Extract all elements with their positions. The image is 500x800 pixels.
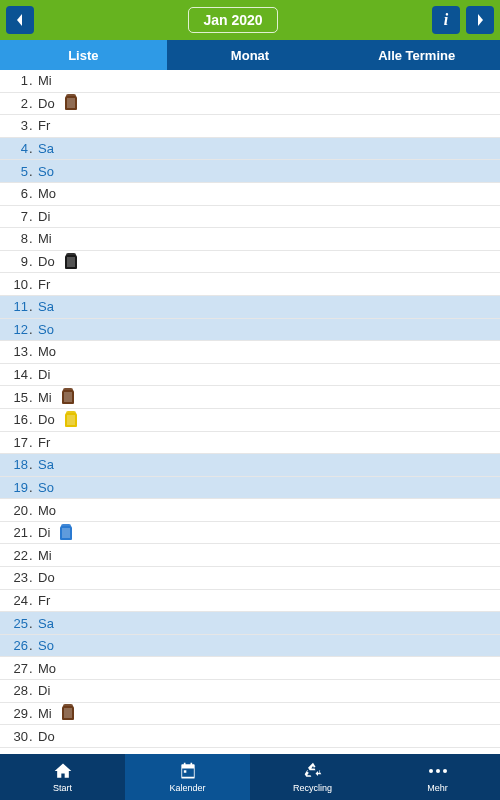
day-weekday: So (38, 480, 54, 495)
day-list[interactable]: 1.Mi2.Do3.Fr4.Sa5.So6.Mo7.Di8.Mi9.Do10.F… (0, 70, 500, 754)
day-weekday: Mo (38, 661, 56, 676)
month-selector[interactable]: Jan 2020 (188, 7, 277, 33)
next-month-button[interactable] (466, 6, 494, 34)
day-number: 1 (4, 73, 28, 88)
day-number: 13 (4, 344, 28, 359)
day-weekday: Do (38, 729, 55, 744)
day-weekday: Fr (38, 277, 50, 292)
nav-mehr[interactable]: Mehr (375, 754, 500, 800)
day-separator: . (28, 480, 34, 495)
day-weekday: Mi (38, 73, 52, 88)
day-separator: . (28, 390, 34, 405)
day-number: 29 (4, 706, 28, 721)
day-weekday: Fr (38, 593, 50, 608)
day-weekday: Mo (38, 344, 56, 359)
chevron-right-icon (475, 13, 485, 27)
day-icons (60, 526, 72, 540)
day-weekday: Mi (38, 390, 52, 405)
day-separator: . (28, 118, 34, 133)
nav-label: Start (53, 783, 72, 793)
more-icon (429, 761, 447, 781)
day-icons (62, 390, 74, 404)
nav-start[interactable]: Start (0, 754, 125, 800)
list-item[interactable]: 26.So (0, 635, 500, 658)
day-separator: . (28, 231, 34, 246)
list-item[interactable]: 2.Do (0, 93, 500, 116)
list-item[interactable]: 6.Mo (0, 183, 500, 206)
chevron-left-icon (15, 13, 25, 27)
list-item[interactable]: 16.Do (0, 409, 500, 432)
list-item[interactable]: 8.Mi (0, 228, 500, 251)
list-item[interactable]: 17.Fr (0, 432, 500, 455)
trash-bin-blue-icon (60, 526, 72, 540)
day-separator: . (28, 73, 34, 88)
list-item[interactable]: 5.So (0, 160, 500, 183)
home-icon (53, 761, 73, 781)
day-weekday: Mo (38, 186, 56, 201)
list-item[interactable]: 3.Fr (0, 115, 500, 138)
day-weekday: Do (38, 570, 55, 585)
list-item[interactable]: 13.Mo (0, 341, 500, 364)
list-item[interactable]: 15.Mi (0, 386, 500, 409)
header-right-group: i (432, 6, 494, 34)
day-weekday: Mi (38, 548, 52, 563)
list-item[interactable]: 22.Mi (0, 544, 500, 567)
day-number: 16 (4, 412, 28, 427)
list-item[interactable]: 1.Mi (0, 70, 500, 93)
tab-alle-termine[interactable]: Alle Termine (333, 40, 500, 70)
list-item[interactable]: 7.Di (0, 206, 500, 229)
list-item[interactable]: 24.Fr (0, 590, 500, 613)
list-item[interactable]: 18.Sa (0, 454, 500, 477)
day-number: 25 (4, 616, 28, 631)
day-weekday: Sa (38, 616, 54, 631)
list-item[interactable]: 27.Mo (0, 657, 500, 680)
nav-kalender[interactable]: Kalender (125, 754, 250, 800)
list-item[interactable]: 25.Sa (0, 612, 500, 635)
list-item[interactable]: 19.So (0, 477, 500, 500)
day-separator: . (28, 435, 34, 450)
nav-label: Mehr (427, 783, 448, 793)
list-item[interactable]: 29.Mi (0, 703, 500, 726)
list-item[interactable]: 14.Di (0, 364, 500, 387)
list-item[interactable]: 11.Sa (0, 296, 500, 319)
list-item[interactable]: 4.Sa (0, 138, 500, 161)
list-item[interactable]: 12.So (0, 319, 500, 342)
nav-label: Recycling (293, 783, 332, 793)
list-item[interactable]: 23.Do (0, 567, 500, 590)
day-weekday: Di (38, 683, 50, 698)
list-item[interactable]: 30.Do (0, 725, 500, 748)
trash-bin-brown-icon (62, 706, 74, 720)
list-item[interactable]: 9.Do (0, 251, 500, 274)
day-icons (65, 96, 77, 110)
day-separator: . (28, 299, 34, 314)
day-number: 19 (4, 480, 28, 495)
tab-liste[interactable]: Liste (0, 40, 167, 70)
day-weekday: Sa (38, 299, 54, 314)
day-separator: . (28, 525, 34, 540)
day-separator: . (28, 457, 34, 472)
tab-monat[interactable]: Monat (167, 40, 334, 70)
info-button[interactable]: i (432, 6, 460, 34)
day-weekday: Mi (38, 231, 52, 246)
day-number: 12 (4, 322, 28, 337)
day-number: 15 (4, 390, 28, 405)
list-item[interactable]: 20.Mo (0, 499, 500, 522)
day-weekday: Sa (38, 457, 54, 472)
day-number: 5 (4, 164, 28, 179)
day-weekday: Do (38, 254, 55, 269)
day-weekday: So (38, 638, 54, 653)
list-item[interactable]: 10.Fr (0, 273, 500, 296)
day-weekday: Do (38, 96, 55, 111)
day-separator: . (28, 683, 34, 698)
nav-recycling[interactable]: Recycling (250, 754, 375, 800)
day-separator: . (28, 209, 34, 224)
list-item[interactable]: 28.Di (0, 680, 500, 703)
list-item[interactable]: 21.Di (0, 522, 500, 545)
prev-month-button[interactable] (6, 6, 34, 34)
day-separator: . (28, 141, 34, 156)
day-separator: . (28, 254, 34, 269)
day-number: 18 (4, 457, 28, 472)
trash-bin-brown-icon (65, 96, 77, 110)
day-weekday: So (38, 322, 54, 337)
day-number: 10 (4, 277, 28, 292)
